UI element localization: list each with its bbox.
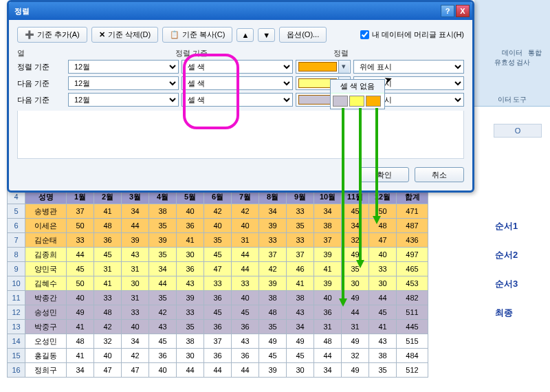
cell[interactable]: 47 [204, 262, 232, 276]
cell[interactable]: 양민국 [25, 262, 67, 276]
color-option-yellow[interactable] [349, 96, 364, 107]
cell[interactable]: 45 [204, 305, 232, 320]
cell[interactable]: 44 [67, 248, 94, 262]
row-header[interactable]: 6 [8, 219, 25, 233]
cell[interactable]: 박중구 [25, 320, 67, 334]
cell[interactable]: 45 [67, 262, 94, 276]
cell[interactable]: 38 [287, 291, 314, 305]
cell[interactable]: 36 [94, 233, 122, 248]
cell[interactable]: 33 [259, 233, 287, 248]
cell[interactable]: 34 [314, 204, 342, 219]
cell[interactable]: 44 [232, 363, 259, 378]
cell[interactable]: 35 [287, 219, 314, 233]
cell[interactable]: 37 [259, 248, 287, 262]
cell[interactable]: 김혜수 [25, 276, 67, 291]
cell[interactable]: 38 [259, 291, 287, 305]
cell[interactable]: 484 [397, 349, 428, 363]
cell[interactable]: 40 [232, 219, 259, 233]
cell[interactable]: 36 [204, 349, 232, 363]
cell[interactable]: 40 [232, 291, 259, 305]
column-o-header[interactable]: O [494, 124, 542, 138]
cell[interactable]: 48 [94, 305, 122, 320]
cell[interactable]: 37 [287, 248, 314, 262]
cell[interactable]: 40 [204, 219, 232, 233]
header-checkbox-wrap[interactable]: 내 데이터에 머리글 표시(H) [360, 30, 464, 40]
move-up-button[interactable]: ▲ [236, 28, 254, 42]
row-header[interactable]: 13 [8, 320, 25, 334]
cell[interactable]: 38 [314, 219, 342, 233]
cell[interactable]: 47 [94, 363, 122, 378]
cell[interactable]: 송병관 [25, 204, 67, 219]
cell[interactable]: 34 [149, 262, 177, 276]
close-button[interactable]: X [456, 5, 470, 17]
cell[interactable]: 33 [369, 262, 397, 276]
cell[interactable]: 33 [287, 204, 314, 219]
cell[interactable]: 34 [314, 363, 342, 378]
cell[interactable]: 34 [122, 334, 149, 349]
cell[interactable]: 40 [177, 204, 204, 219]
cell[interactable]: 35 [259, 320, 287, 334]
cell[interactable]: 49 [287, 334, 314, 349]
cell[interactable]: 42 [122, 349, 149, 363]
cell[interactable]: 49 [342, 334, 369, 349]
cell[interactable]: 33 [67, 233, 94, 248]
cell[interactable]: 44 [342, 305, 369, 320]
cell[interactable]: 31 [94, 262, 122, 276]
order-select[interactable]: 위에 표시 [353, 60, 464, 74]
cell[interactable]: 박종간 [25, 291, 67, 305]
cell[interactable]: 436 [397, 233, 428, 248]
cell[interactable]: 39 [259, 276, 287, 291]
cell[interactable]: 31 [342, 320, 369, 334]
cell[interactable]: 42 [94, 320, 122, 334]
cell[interactable]: 43 [177, 276, 204, 291]
cell[interactable]: 49 [342, 248, 369, 262]
cell[interactable]: 41 [67, 320, 94, 334]
cell[interactable]: 김종희 [25, 248, 67, 262]
cell[interactable]: 39 [177, 291, 204, 305]
cell[interactable]: 30 [177, 248, 204, 262]
cell[interactable]: 45 [204, 248, 232, 262]
cell[interactable]: 35 [177, 320, 204, 334]
cell[interactable]: 43 [369, 334, 397, 349]
cancel-button[interactable]: 취소 [415, 167, 464, 182]
cell[interactable]: 49 [259, 334, 287, 349]
cell[interactable]: 41 [94, 276, 122, 291]
row-header[interactable]: 9 [8, 262, 25, 276]
cell[interactable]: 송성민 [25, 305, 67, 320]
cell[interactable]: 42 [232, 204, 259, 219]
cell[interactable]: 45 [94, 248, 122, 262]
header-checkbox[interactable] [360, 30, 369, 39]
cell[interactable]: 482 [397, 291, 428, 305]
cell[interactable]: 45 [369, 305, 397, 320]
cell[interactable]: 41 [67, 349, 94, 363]
cell[interactable]: 44 [204, 363, 232, 378]
cell[interactable]: 34 [122, 204, 149, 219]
cell[interactable]: 41 [314, 262, 342, 276]
data-table[interactable]: 4성명1월2월3월4월5월6월7월8월9월10월11월12월합계5송병관3741… [7, 189, 428, 378]
cell[interactable]: 35 [149, 248, 177, 262]
row-header[interactable]: 5 [8, 204, 25, 219]
add-level-button[interactable]: ➕ 기준 추가(A) [17, 27, 87, 43]
cell[interactable]: 40 [122, 320, 149, 334]
cell[interactable]: 37 [204, 334, 232, 349]
sort-on-select[interactable]: 셀 색 [182, 60, 292, 74]
cell[interactable]: 30 [177, 349, 204, 363]
cell[interactable]: 48 [314, 334, 342, 349]
cell[interactable]: 41 [369, 320, 397, 334]
cell[interactable]: 44 [149, 276, 177, 291]
titlebar[interactable]: 정렬 ? X [9, 2, 472, 20]
cell[interactable]: 32 [94, 334, 122, 349]
cell[interactable]: 33 [204, 276, 232, 291]
row-header[interactable]: 15 [8, 349, 25, 363]
cell[interactable]: 44 [122, 219, 149, 233]
cell[interactable]: 41 [94, 204, 122, 219]
cell[interactable]: 35 [149, 291, 177, 305]
cell[interactable]: 김순태 [25, 233, 67, 248]
cell[interactable]: 30 [369, 276, 397, 291]
cell[interactable]: 36 [177, 262, 204, 276]
cell[interactable]: 36 [232, 320, 259, 334]
cell[interactable]: 37 [314, 233, 342, 248]
cell[interactable]: 487 [397, 219, 428, 233]
cell[interactable]: 37 [67, 204, 94, 219]
cell[interactable]: 43 [287, 305, 314, 320]
